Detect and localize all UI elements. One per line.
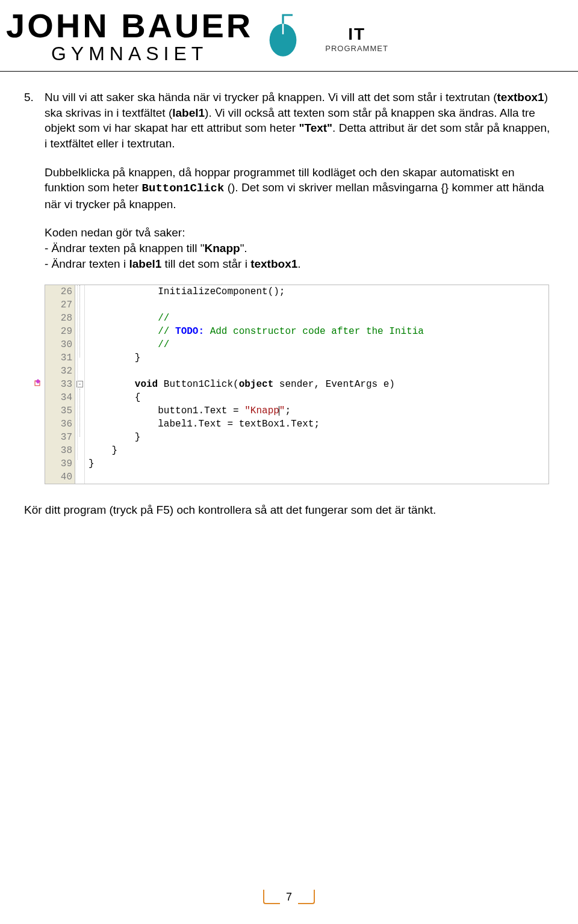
- it-label: IT: [325, 25, 388, 44]
- line-number: 39: [48, 457, 72, 470]
- line-number: 37: [48, 431, 72, 444]
- line-number: 36: [48, 417, 72, 431]
- programmet-label: PROGRAMMET: [325, 44, 388, 53]
- page-number: 7: [280, 891, 298, 904]
- paragraph-3-intro: Koden nedan gör två saker:: [45, 225, 554, 241]
- closing-paragraph: Kör ditt program (tryck på F5) och kontr…: [0, 502, 578, 518]
- line-number: 26: [48, 285, 72, 298]
- line-number: 29: [48, 325, 72, 338]
- document-header: JOHN BAUER GYMNASIET IT PROGRAMMET: [0, 0, 578, 65]
- line-number: 31: [48, 351, 72, 365]
- line-number: 38: [48, 444, 72, 457]
- mouse-icon: [259, 10, 307, 61]
- logo-name-primary: JOHN BAUER: [6, 6, 253, 45]
- code-area[interactable]: InitializeComponent(); // // TODO: Add c…: [85, 285, 548, 484]
- line-number: 40: [48, 470, 72, 484]
- page-footer: 7: [0, 891, 578, 904]
- line-number: 32: [48, 365, 72, 378]
- it-programmet-label: IT PROGRAMMET: [325, 25, 388, 53]
- paragraph-2: Dubbelklicka på knappen, då hoppar progr…: [45, 165, 554, 212]
- code-editor: 26 27 28 29 30 31 32 33 34 35 36 37 38 3…: [45, 285, 549, 484]
- line-number: 30: [48, 338, 72, 351]
- line-number: 28: [48, 312, 72, 325]
- line-number: 34: [48, 391, 72, 404]
- paragraph-1: Nu vill vi att saker ska hända när vi tr…: [45, 90, 554, 152]
- line-number: 27: [48, 298, 72, 312]
- line-number-gutter: 26 27 28 29 30 31 32 33 34 35 36 37 38 3…: [45, 285, 75, 484]
- paragraph-3-line1: - Ändrar texten på knappen till "Knapp".: [45, 241, 554, 256]
- line-number: 33: [48, 378, 72, 391]
- line-number: 35: [48, 404, 72, 417]
- logo-name-secondary: GYMNASIET: [51, 43, 208, 65]
- list-number: 5.: [24, 90, 45, 285]
- paragraph-3-line2: - Ändrar texten i label1 till det som st…: [45, 256, 554, 272]
- logo-text: JOHN BAUER GYMNASIET: [6, 6, 253, 65]
- fold-gutter: -: [75, 285, 85, 484]
- header-divider: [0, 71, 578, 72]
- bookmark-icon: [34, 379, 43, 387]
- document-body: 5. Nu vill vi att saker ska hända när vi…: [0, 90, 578, 285]
